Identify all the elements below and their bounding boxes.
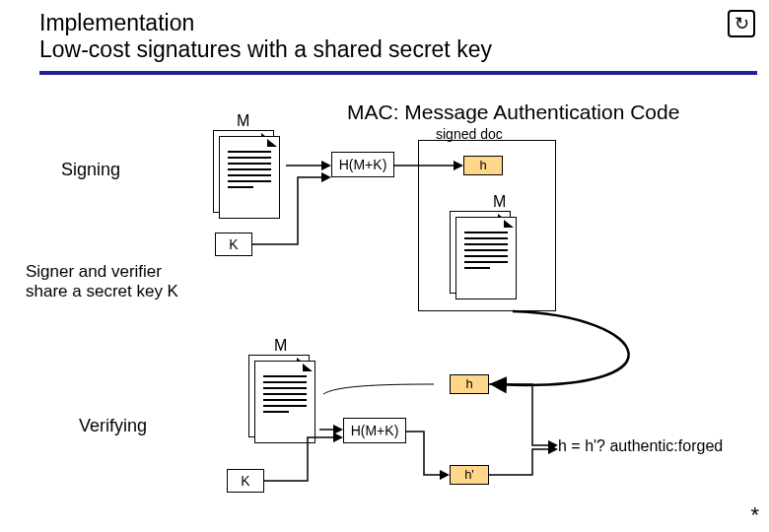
m-label-top: M [237,112,249,130]
signing-label: Signing [61,160,120,180]
asterisk-icon: * [750,502,759,528]
key-box: K [227,469,264,493]
title-line-1: Implementation [39,10,769,36]
hash-box: H(M+K) [343,418,406,443]
verifying-label: Verifying [79,416,147,436]
title-line-2: Low-cost signatures with a shared secret… [39,36,769,63]
m-label-signed: M [493,193,506,211]
key-box: K [215,233,252,256]
hash-tag: h [463,156,503,175]
hash-prime-tag: h' [450,465,489,485]
title-rule [39,71,757,75]
hash-box: H(M+K) [331,152,394,177]
return-icon[interactable]: ↻ [728,10,755,37]
mac-heading: MAC: Message Authentication Code [347,100,679,124]
equation-text: h = h'? authentic:forged [558,437,723,455]
svg-line-3 [286,197,416,256]
hash-tag: h [450,374,489,394]
m-label-bottom: M [274,337,287,355]
share-note: Signer and verifier share a secret key K [26,262,178,301]
slide-title: Implementation Low-cost signatures with … [0,0,769,63]
